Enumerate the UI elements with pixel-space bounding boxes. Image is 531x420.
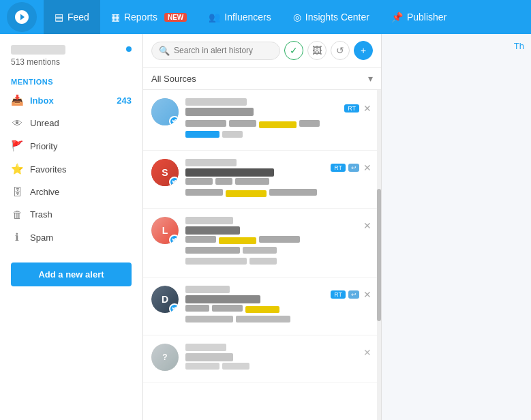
sidebar-priority-label: Priority — [30, 141, 57, 151]
feed-content: ✕ — [185, 344, 373, 374]
trash-icon: 🗑 — [11, 209, 23, 220]
sidebar-user-section: 513 mentions — [0, 34, 142, 72]
inbox-count: 243 — [117, 95, 132, 106]
nav-item-feed[interactable]: ▤ Feed — [44, 0, 100, 34]
sidebar: 513 mentions MENTIONS 📥 Inbox 243 👁 Unre… — [0, 34, 143, 420]
feed-item[interactable]: L ✕ — [143, 209, 381, 278]
feed-icon: ▤ — [55, 12, 63, 22]
text-line — [185, 120, 226, 127]
text-line — [243, 247, 277, 254]
twitter-badge — [169, 303, 179, 313]
twitter-badge — [169, 116, 179, 125]
text-line — [229, 120, 256, 127]
more-icon[interactable]: ✕ — [362, 102, 373, 115]
avatar: S — [151, 159, 179, 186]
sidebar-item-inbox[interactable]: 📥 Inbox 243 — [0, 89, 142, 112]
sidebar-section-label: MENTIONS — [0, 72, 142, 89]
sidebar-trash-label: Trash — [30, 209, 52, 220]
feed-actions: ✕ — [362, 219, 373, 232]
search-check-button[interactable]: ✓ — [284, 41, 303, 60]
nav-publisher-label: Publisher — [407, 12, 446, 22]
feed-item[interactable]: S RT ↩ ✕ — [143, 151, 381, 209]
right-panel-text: Th — [514, 41, 524, 51]
nav-reports-label: Reports — [124, 12, 157, 22]
feed-text-2 — [185, 247, 373, 256]
nav-item-influencers[interactable]: 👥 Influencers — [198, 0, 282, 34]
twitter-badge — [169, 235, 179, 244]
feed-item[interactable]: ? ✕ — [143, 335, 381, 382]
sidebar-item-unread[interactable]: 👁 Unread — [0, 112, 142, 134]
text-line — [299, 120, 320, 127]
scrollbar-thumb[interactable] — [377, 189, 381, 321]
feed-username — [185, 344, 226, 351]
right-panel: Th — [382, 34, 531, 420]
feed-item[interactable]: D RT ↩ ✕ — [143, 278, 381, 335]
add-new-alert-button[interactable]: Add a new alert — [11, 262, 132, 286]
publisher-icon: 📌 — [391, 12, 403, 22]
sidebar-item-spam[interactable]: ℹ Spam — [0, 226, 142, 249]
action-badge-2: ↩ — [348, 290, 359, 299]
feed-content: ✕ — [185, 217, 373, 269]
sidebar-item-favorites[interactable]: ⭐ Favorites — [0, 158, 142, 181]
feed-text — [185, 305, 373, 314]
priority-icon: 🚩 — [11, 140, 23, 152]
sources-filter[interactable]: All Sources ▾ — [151, 73, 373, 84]
feed-text-2 — [185, 131, 373, 140]
nav-item-insights[interactable]: ◎ Insights Center — [282, 0, 380, 34]
sidebar-mentions-count: 513 mentions — [11, 57, 132, 67]
more-icon[interactable]: ✕ — [362, 346, 373, 359]
sidebar-inbox-label: Inbox — [30, 95, 54, 106]
search-image-button[interactable]: 🖼 — [307, 41, 327, 60]
link-text — [185, 131, 219, 138]
feed-item[interactable]: RT ✕ — [143, 90, 381, 151]
text-line — [185, 305, 209, 312]
feed-username — [185, 159, 237, 166]
sidebar-item-archive[interactable]: 🗄 Archive — [0, 181, 142, 203]
feed-text-2 — [185, 189, 373, 198]
feed-username — [185, 286, 230, 293]
reports-badge: NEW — [164, 13, 187, 22]
sidebar-item-priority[interactable]: 🚩 Priority — [0, 134, 142, 158]
avatar: L — [151, 217, 179, 244]
action-badge: RT — [331, 290, 346, 299]
feed-name — [185, 168, 274, 177]
feed-name — [185, 295, 260, 303]
logo[interactable] — [7, 2, 37, 32]
more-icon[interactable]: ✕ — [362, 161, 373, 175]
nav-influencers-label: Influencers — [224, 12, 271, 22]
more-icon[interactable]: ✕ — [362, 288, 373, 301]
chevron-down-icon: ▾ — [368, 73, 373, 84]
feed-username — [185, 217, 233, 224]
text-line — [235, 178, 269, 185]
text-line — [222, 131, 243, 138]
nav-item-publisher[interactable]: 📌 Publisher — [380, 0, 457, 34]
text-line — [236, 316, 290, 322]
search-refresh-button[interactable]: ↺ — [331, 41, 350, 60]
sidebar-username — [11, 45, 65, 55]
more-icon[interactable]: ✕ — [362, 219, 373, 232]
sidebar-favorites-label: Favorites — [30, 164, 66, 175]
sidebar-spam-label: Spam — [30, 232, 53, 243]
feed-header: RT ↩ ✕ — [185, 286, 373, 303]
feed-actions: RT ↩ ✕ — [331, 161, 373, 175]
filter-label: All Sources — [151, 74, 196, 84]
text-line — [269, 189, 317, 196]
favorites-icon: ⭐ — [11, 163, 23, 175]
filter-bar[interactable]: All Sources ▾ — [143, 68, 381, 90]
feed-text — [185, 236, 373, 245]
nav-insights-label: Insights Center — [305, 12, 369, 22]
text-line — [185, 258, 247, 265]
text-line — [185, 178, 213, 185]
search-input-wrapper[interactable]: 🔍 — [151, 42, 280, 60]
insights-icon: ◎ — [293, 12, 301, 22]
feed-text — [185, 120, 373, 129]
feed-content: RT ↩ ✕ — [185, 159, 373, 200]
sidebar-item-trash[interactable]: 🗑 Trash — [0, 203, 142, 226]
search-input[interactable] — [174, 46, 273, 55]
search-add-button[interactable]: + — [354, 41, 373, 60]
retweet-badge: RT — [344, 104, 359, 112]
feed-content: RT ✕ — [185, 98, 373, 142]
nav-item-reports[interactable]: ▦ Reports NEW — [100, 0, 198, 34]
sidebar-unread-label: Unread — [30, 118, 59, 128]
text-line — [249, 258, 277, 265]
